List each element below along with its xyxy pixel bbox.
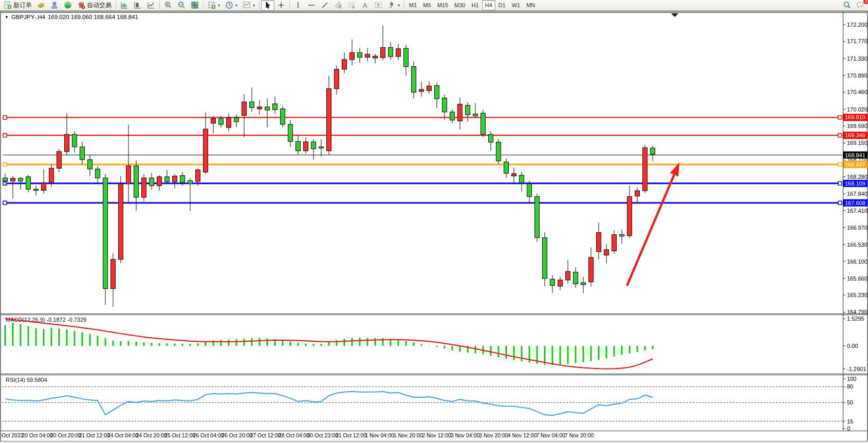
market-watch-icon [37,1,45,9]
label-button[interactable]: T [372,0,385,11]
hline-handle[interactable] [3,116,7,119]
navigator-button[interactable] [48,0,61,11]
crosshair-button[interactable] [274,0,288,11]
timeframe-h4-button[interactable]: H4 [482,0,495,10]
price-badge-169.348: 169.348 [845,132,865,138]
candle-body [558,280,563,286]
svg-text:T: T [377,3,380,8]
time-axis-label: 31 Oct 12:00 [336,432,366,438]
hline-handle[interactable] [838,116,842,119]
search-icon [843,1,851,9]
timeframe-w1-button[interactable]: W1 [509,0,524,10]
toolbar-separator [203,1,204,9]
market-watch-button[interactable] [34,0,48,11]
fibonacci-icon: F [347,1,356,9]
notification-count-badge: 1 [863,0,868,4]
candle-body [342,60,347,69]
macd-axis-label: 0.00 [847,343,858,349]
cursor-button[interactable] [261,0,274,11]
notifications-button[interactable]: 1 [854,0,867,11]
candle-body [620,234,624,236]
time-axis-label: 25 Oct 12:00 [164,432,195,438]
label-icon: T [374,1,382,9]
time-axis-label: 21 Oct 12:00 [79,432,109,438]
candle-body [3,178,8,181]
channel-button[interactable]: E [331,0,345,11]
hline-handle[interactable] [838,163,842,167]
hline-handle[interactable] [3,201,7,205]
indicators-button[interactable]: ▾ [205,0,223,11]
tile-windows-button[interactable] [188,0,201,11]
candlestick-button[interactable] [131,0,144,11]
search-button[interactable] [840,0,854,11]
hline-handle[interactable] [838,201,842,205]
dropdown-caret-icon[interactable]: ▾ [218,3,220,8]
candle-body [496,142,501,161]
hline-handle[interactable] [838,134,842,137]
line-chart-button[interactable] [144,0,158,11]
price-badge-168.597: 168.597 [845,161,865,168]
time-axis-label: 20 Oct 04:00 [22,432,52,438]
indicators-icon [208,1,216,9]
candle-body [288,124,293,141]
signal-button[interactable] [61,0,75,11]
new-order-label: 新订单 [13,1,32,10]
candle-body [412,67,416,93]
chart-canvas[interactable]: 172.200171.770171.330170.890170.460170.0… [0,0,868,443]
price-axis-label: 168.280 [847,174,867,180]
hline-button[interactable] [305,0,318,11]
shapes-button[interactable]: ▾ [385,0,402,11]
zoom-in-button[interactable] [161,0,175,11]
line-chart-icon [147,1,155,9]
bar-chart-button[interactable] [118,0,131,11]
time-axis-label: 3 Nov 20:00 [479,432,508,438]
vline-button[interactable] [291,0,305,11]
autotrading-button[interactable]: 自动交易 [75,0,114,11]
timeframe-m15-button[interactable]: M15 [434,0,451,10]
templates-button[interactable]: ▾ [240,0,257,11]
timeframe-m1-button[interactable]: M1 [406,0,420,10]
candle-body [335,69,339,89]
dropdown-caret-icon[interactable]: ▾ [235,3,237,8]
timeframe-m5-button[interactable]: M5 [420,0,434,10]
price-badge-169.810: 169.810 [845,114,865,120]
candle-body [489,135,493,142]
timeframe-h1-button[interactable]: H1 [468,0,482,10]
candle-body [34,189,39,190]
dropdown-caret-icon[interactable]: ▾ [398,3,400,8]
price-axis-label: 170.460 [847,89,867,95]
trend-arrow-line[interactable] [627,175,674,286]
time-axis-label: 4 Nov 12:00 [508,432,537,438]
hline-handle[interactable] [3,134,7,137]
text-button[interactable]: A [358,0,372,11]
macd-axis-label: -1.2901 [847,366,866,372]
periods-button[interactable]: ▾ [223,0,240,11]
candle-body [119,184,123,260]
time-axis-label: 28 Oct 04:00 [279,432,309,438]
price-axis-label: 171.330 [847,56,867,62]
candle-body [281,109,285,124]
candle-body [651,148,655,154]
fibonacci-button[interactable]: F [345,0,358,11]
timeframe-mn-button[interactable]: MN [523,0,538,10]
new-order-button[interactable]: 新订单 [1,0,34,11]
text-icon: A [361,1,369,9]
candle-body [142,178,146,197]
zoom-out-button[interactable] [175,0,188,11]
timeframe-m30-button[interactable]: M30 [451,0,468,10]
price-axis-label: 169.150 [847,140,867,146]
timeframe-d1-button[interactable]: D1 [495,0,509,10]
candle-body [304,142,308,151]
chart-shift-marker[interactable] [671,13,678,17]
hline-handle[interactable] [3,163,7,167]
candle-body [96,169,100,178]
time-axis-label: 19 Oct 2022 [0,432,24,438]
hline-handle[interactable] [838,181,842,185]
trendline-button[interactable] [318,0,331,11]
time-axis-label: 26 Oct 20:00 [221,432,252,438]
candle-body [211,119,216,123]
svg-text:F: F [353,6,355,9]
bar-chart-icon [120,1,128,9]
dropdown-caret-icon[interactable]: ▾ [253,3,255,8]
price-badge-167.608: 167.608 [845,200,865,206]
